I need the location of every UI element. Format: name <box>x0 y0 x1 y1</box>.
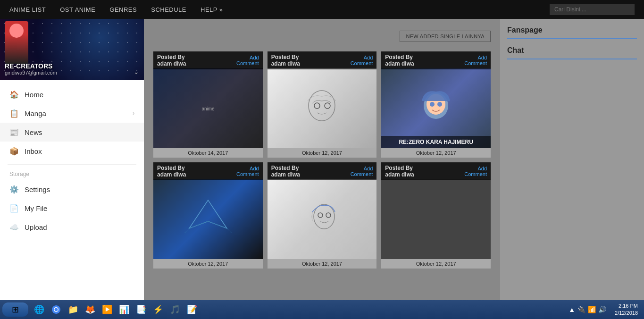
taskbar-chrome-icon[interactable] <box>49 302 64 317</box>
posted-by-name-1: adam diwa <box>157 60 186 67</box>
taskbar-media-icon[interactable]: ▶️ <box>100 302 115 317</box>
taskbar-music-icon[interactable]: 🎵 <box>167 302 183 317</box>
sidebar-item-inbox[interactable]: 📦 Inbox <box>0 142 144 160</box>
sidebar-item-settings[interactable]: ⚙️ Settings <box>0 180 144 199</box>
chat-divider <box>507 59 637 59</box>
manga-icon: 📋 <box>9 109 19 118</box>
svg-text:anime: anime <box>201 106 215 111</box>
sidebar-item-news[interactable]: 📰 News <box>0 123 144 142</box>
sidebar-nav: 🏠 Home 📋 Manga › 📰 News 📦 Inbox Storage … <box>0 80 144 319</box>
top-bar: NEW ADDED SINGLE LAINNYA <box>153 28 491 44</box>
sidebar-item-manga[interactable]: 📋 Manga › <box>0 104 144 123</box>
add-label-1: Add <box>236 55 259 60</box>
table-row: Posted By adam diwa Add Comment Oktob <box>153 162 263 269</box>
tray-network2-icon[interactable]: 📶 <box>588 306 596 313</box>
sidebar-myfile-label: My File <box>25 204 134 212</box>
tray-arrow-icon[interactable]: ▲ <box>569 306 575 313</box>
card-date-5: Oktober 12, 2017 <box>268 259 377 269</box>
cards-grid: Posted By adam diwa Add Comment anime Ok… <box>153 51 491 269</box>
sidebar-username: RE-CREATORS <box>5 62 139 70</box>
svg-point-1 <box>309 91 335 121</box>
posted-by-label-3: Posted By <box>385 54 414 60</box>
sidebar-settings-label: Settings <box>25 185 134 193</box>
add-comment-4[interactable]: Add Comment <box>236 166 259 177</box>
nav-divider <box>8 164 136 165</box>
taskbar-firefox-icon[interactable]: 🦊 <box>83 302 98 317</box>
table-row: Posted By adam diwa Add Comment <box>268 162 377 269</box>
svg-point-2 <box>314 103 320 109</box>
fanspage-divider <box>507 38 637 39</box>
comment-label-2: Comment <box>351 60 373 66</box>
svg-point-7 <box>437 102 442 107</box>
anime-sketch-5 <box>293 191 350 247</box>
card-posted-6: Posted By adam diwa <box>385 165 414 178</box>
add-comment-2[interactable]: Add Comment <box>351 55 373 66</box>
table-row: Posted By adam diwa Add Comment anime Ok… <box>153 51 263 158</box>
card-header-5: Posted By adam diwa Add Comment <box>268 162 377 180</box>
sidebar-upload-label: Upload <box>25 223 134 231</box>
card-image-3: RE:ZERO KARA HAJIMERU <box>381 68 491 148</box>
tray-volume-icon[interactable]: 🔊 <box>598 306 606 313</box>
chevron-right-icon: › <box>133 110 134 117</box>
card-date-3: Oktober 12, 2017 <box>381 148 491 158</box>
card-image-4 <box>153 179 263 259</box>
add-comment-1[interactable]: Add Comment <box>236 55 259 66</box>
svg-point-6 <box>430 102 435 107</box>
file-icon: 📄 <box>9 203 19 213</box>
posted-by-name-2: adam diwa <box>271 60 300 67</box>
sidebar-item-myfile[interactable]: 📄 My File <box>0 199 144 218</box>
nav-ost-anime[interactable]: OST ANIME <box>60 6 95 13</box>
search-input[interactable] <box>550 4 635 15</box>
sidebar-header: ⌄ RE-CREATORS giridiwa97@gmail.com <box>0 19 144 80</box>
taskbar-ie-icon[interactable]: 🌐 <box>32 302 47 317</box>
card-posted-4: Posted By adam diwa <box>157 165 186 178</box>
add-label-2: Add <box>351 55 373 60</box>
fanspage-title: Fanspage <box>507 26 637 34</box>
anime-sketch-2 <box>293 80 350 136</box>
sidebar-news-label: News <box>25 128 134 136</box>
comment-label-6: Comment <box>464 171 487 177</box>
new-added-button[interactable]: NEW ADDED SINGLE LAINNYA <box>400 31 491 42</box>
comment-label-5: Comment <box>351 171 373 177</box>
taskbar-word-icon[interactable]: 📝 <box>184 302 200 317</box>
card-header-4: Posted By adam diwa Add Comment <box>153 162 263 180</box>
sidebar-email: giridiwa97@gmail.com <box>5 70 139 76</box>
sidebar-item-home[interactable]: 🏠 Home <box>0 85 144 104</box>
taskbar-excel-icon[interactable]: 📊 <box>117 302 132 317</box>
posted-by-label-5: Posted By <box>271 165 300 171</box>
posted-by-name-4: adam diwa <box>157 171 186 178</box>
sidebar-home-label: Home <box>25 91 134 99</box>
posted-by-label-6: Posted By <box>385 165 414 171</box>
card-header-2: Posted By adam diwa Add Comment <box>268 51 377 69</box>
table-row: Posted By adam diwa Add Comment <box>268 51 377 158</box>
anime-sketch-3 <box>408 80 464 136</box>
nav-schedule[interactable]: SCHEDULE <box>151 6 186 13</box>
svg-point-10 <box>326 213 331 218</box>
add-comment-3[interactable]: Add Comment <box>464 55 487 66</box>
add-comment-5[interactable]: Add Comment <box>351 166 373 177</box>
sidebar-manga-label: Manga <box>25 109 127 118</box>
start-button[interactable]: ⊞ <box>2 302 28 317</box>
nav-help[interactable]: HELP » <box>201 6 223 13</box>
taskbar-slides-icon[interactable]: 📑 <box>134 302 149 317</box>
taskbar: ⊞ 🌐 📁 🦊 ▶️ 📊 📑 ⚡ 🎵 📝 ▲ 🔌 📶 🔊 2:16 PM 2/1… <box>0 300 644 319</box>
sidebar-item-upload[interactable]: ☁️ Upload <box>0 218 144 236</box>
sidebar-inbox-label: Inbox <box>25 147 134 155</box>
nav-anime-list[interactable]: ANIME LIST <box>9 6 46 13</box>
card-image-5 <box>268 179 377 259</box>
posted-by-label-1: Posted By <box>157 54 186 60</box>
add-comment-6[interactable]: Add Comment <box>464 166 487 177</box>
comment-label-3: Comment <box>464 60 487 66</box>
clock-date: 2/12/2018 <box>615 310 638 317</box>
nav-genres[interactable]: GENRES <box>109 6 137 13</box>
taskbar-tray: ▲ 🔌 📶 🔊 <box>564 306 611 313</box>
tray-network-icon[interactable]: 🔌 <box>577 306 585 313</box>
card-header-6: Posted By adam diwa Add Comment <box>381 162 491 180</box>
posted-by-label-2: Posted By <box>271 54 300 60</box>
settings-icon: ⚙️ <box>9 185 19 194</box>
card-image-1: anime <box>153 68 263 148</box>
card-image-2 <box>268 68 377 148</box>
news-icon: 📰 <box>9 127 19 137</box>
taskbar-explorer-icon[interactable]: 📁 <box>66 302 81 317</box>
taskbar-lightning-icon[interactable]: ⚡ <box>151 302 166 317</box>
